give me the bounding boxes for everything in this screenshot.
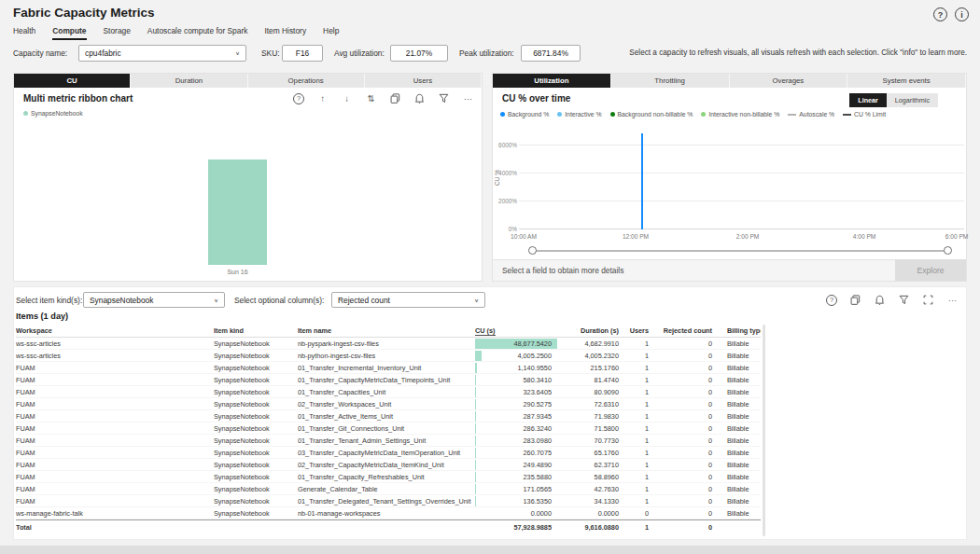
tab-system-events[interactable]: System events xyxy=(847,74,966,88)
column-header-duration-s[interactable]: Duration (s) xyxy=(557,325,624,337)
table-row[interactable]: FUAMSynapseNotebook01_Transfer_Active_It… xyxy=(16,410,761,422)
tab-users[interactable]: Users xyxy=(365,74,482,88)
legend-item-background-non-billable: Background non-billable % xyxy=(610,111,693,118)
cell-cu-s: 323.6405 xyxy=(475,386,557,397)
tab-cu[interactable]: CU xyxy=(14,74,131,88)
more-options-icon[interactable]: ··· xyxy=(946,294,959,306)
tab-operations[interactable]: Operations xyxy=(248,74,365,88)
drill-down-icon[interactable]: ↓ xyxy=(341,92,353,104)
nav-tab-item-history[interactable]: Item History xyxy=(264,26,306,40)
column-header-users[interactable]: Users xyxy=(624,325,660,337)
cu-data-bar xyxy=(475,484,476,494)
avg-utilization-value: 21.07% xyxy=(390,45,448,62)
slider-handle-start[interactable] xyxy=(528,246,537,255)
help-icon[interactable]: ? xyxy=(933,7,947,21)
cell-rejected-count: 0 xyxy=(660,447,718,458)
info-icon[interactable]: i xyxy=(955,7,969,21)
table-row[interactable]: ws-ssc-articlesSynapseNotebooknb-python-… xyxy=(16,350,761,362)
page-title: Fabric Capacity Metrics xyxy=(13,6,155,20)
cell-billing-type: Billable xyxy=(718,422,761,434)
table-row[interactable]: FUAMSynapseNotebook01_Transfer_Tenant_Ad… xyxy=(16,435,761,447)
x-tick-label: 2:00 PM xyxy=(736,233,760,240)
cu-spike-line[interactable] xyxy=(641,133,643,229)
copy-icon[interactable] xyxy=(849,294,861,306)
alert-bell-icon[interactable] xyxy=(413,92,426,104)
legend-label: SynapseNotebook xyxy=(31,110,83,117)
cell-item-name xyxy=(298,520,475,534)
table-row[interactable]: FUAMSynapseNotebook02_Transfer_CapacityM… xyxy=(16,459,761,471)
expand-hierarchy-icon[interactable]: ⇅ xyxy=(365,92,377,104)
tab-throttling[interactable]: Throttling xyxy=(611,74,730,88)
table-row[interactable]: FUAMSynapseNotebook01_Transfer_CapacityM… xyxy=(16,374,761,386)
cell-users: 1 xyxy=(624,520,660,534)
slider-handle-end[interactable] xyxy=(944,246,952,255)
ribbon-bar[interactable] xyxy=(208,159,267,265)
capacity-name-dropdown[interactable]: cpu4fabric ∨ xyxy=(78,45,246,62)
cu-data-bar xyxy=(475,448,476,458)
focus-mode-icon[interactable] xyxy=(922,294,934,306)
copy-icon[interactable] xyxy=(389,92,401,104)
column-header-cu-s[interactable]: CU (s) xyxy=(475,325,557,337)
cell-item-name: nb-01-manage-workspaces xyxy=(298,507,475,519)
drill-up-icon[interactable]: ↑ xyxy=(316,92,329,104)
nav-tab-storage[interactable]: Storage xyxy=(104,26,131,40)
cell-duration-s: 0.0000 xyxy=(557,507,624,519)
optional-column-dropdown[interactable]: Rejected count ∨ xyxy=(331,292,485,308)
cell-item-kind: SynapseNotebook xyxy=(214,507,298,519)
peak-utilization-value: 6871.84% xyxy=(521,45,581,62)
time-range-slider[interactable] xyxy=(532,250,950,252)
table-scrollbar[interactable] xyxy=(763,325,765,536)
cell-workspace: FUAM xyxy=(16,435,214,446)
cell-rejected-count: 0 xyxy=(660,520,718,534)
explore-button[interactable]: Explore xyxy=(895,259,966,281)
alert-bell-icon[interactable] xyxy=(874,294,886,306)
x-tick-label: 10:00 AM xyxy=(511,233,537,240)
cell-item-kind: SynapseNotebook xyxy=(214,483,298,494)
cell-workspace: FUAM xyxy=(16,410,214,422)
horizontal-scrollbar[interactable] xyxy=(0,546,980,554)
column-header-rejected-count[interactable]: Rejected count xyxy=(660,325,718,337)
logarithmic-scale-button[interactable]: Logarithmic xyxy=(887,93,938,107)
cell-item-kind: SynapseNotebook xyxy=(214,350,298,361)
table-row[interactable]: ws-ssc-articlesSynapseNotebooknb-pyspark… xyxy=(16,338,761,350)
cell-rejected-count: 0 xyxy=(660,398,718,409)
nav-tab-help[interactable]: Help xyxy=(323,26,339,40)
visual-help-icon[interactable]: ? xyxy=(826,295,837,306)
column-header-item-kind[interactable]: Item kind xyxy=(214,325,298,337)
ribbon-chart-title: Multi metric ribbon chart xyxy=(23,93,133,104)
table-row[interactable]: FUAMSynapseNotebook02_Transfer_Workspace… xyxy=(16,398,761,410)
table-row[interactable]: FUAMSynapseNotebook01_Transfer_Capacitie… xyxy=(16,386,761,398)
table-row[interactable]: FUAMSynapseNotebook01_Transfer_Delegated… xyxy=(16,495,761,507)
cell-item-kind xyxy=(214,520,298,534)
cell-cu-s: 171.0565 xyxy=(475,483,557,494)
more-options-icon[interactable]: ··· xyxy=(462,92,474,104)
cell-cu-s: 249.4890 xyxy=(475,459,557,470)
column-header-billing-type[interactable]: Billing type xyxy=(718,325,761,337)
cell-billing-type: Billable xyxy=(718,459,761,470)
cell-billing-type: Billable xyxy=(718,410,761,422)
sku-label: SKU: xyxy=(261,48,280,58)
filter-icon[interactable] xyxy=(898,294,910,306)
y-tick-label: 0% xyxy=(509,226,517,232)
item-kind-dropdown[interactable]: SynapseNotebook ∨ xyxy=(83,292,225,308)
visual-help-icon[interactable]: ? xyxy=(293,93,304,104)
cu-data-bar xyxy=(475,423,476,434)
nav-tab-autoscale-compute-for-spark[interactable]: Autoscale compute for Spark xyxy=(147,26,248,40)
nav-tab-compute[interactable]: Compute xyxy=(52,26,86,40)
table-row[interactable]: FUAMSynapseNotebook01_Transfer_Capacity_… xyxy=(16,471,761,483)
cell-item-name: 01_Transfer_Tenant_Admin_Settings_Unit xyxy=(298,435,475,446)
linear-scale-button[interactable]: Linear xyxy=(849,93,887,107)
table-row[interactable]: ws-manage-fabric-talkSynapseNotebooknb-0… xyxy=(16,507,761,519)
column-header-item-name[interactable]: Item name xyxy=(298,325,475,337)
tab-duration[interactable]: Duration xyxy=(131,74,247,88)
table-row[interactable]: FUAMSynapseNotebookGenerate_Calendar_Tab… xyxy=(16,483,761,495)
table-row[interactable]: FUAMSynapseNotebook03_Transfer_CapacityM… xyxy=(16,447,761,459)
filter-icon[interactable] xyxy=(438,92,450,104)
tab-overages[interactable]: Overages xyxy=(730,74,848,88)
table-row[interactable]: FUAMSynapseNotebook01_Transfer_Increment… xyxy=(16,362,761,374)
x-tick-label: 6:00 PM xyxy=(945,233,969,240)
column-header-workspace[interactable]: Workspace xyxy=(16,325,214,337)
x-tick-label: 12:00 PM xyxy=(623,233,649,240)
nav-tab-health[interactable]: Health xyxy=(13,26,35,40)
table-row[interactable]: FUAMSynapseNotebook01_Transfer_Git_Conne… xyxy=(16,422,761,435)
